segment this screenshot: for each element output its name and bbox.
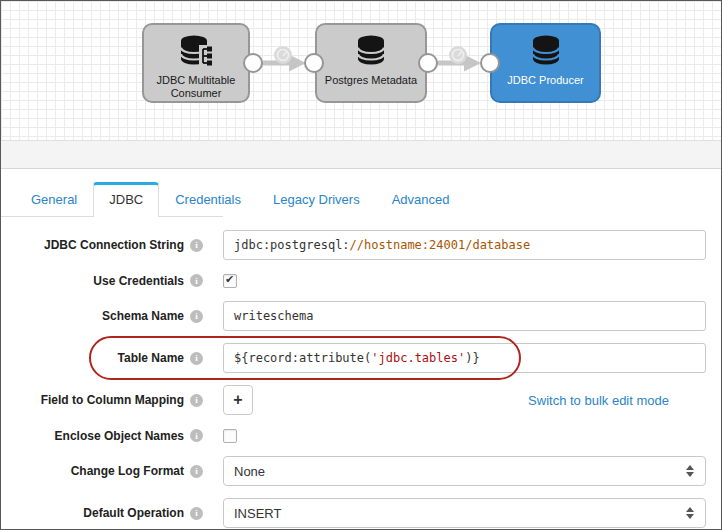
- code-segment: writeschema: [234, 309, 313, 323]
- database-multitable-icon: [176, 32, 216, 72]
- enclose-object-names-checkbox[interactable]: [223, 429, 237, 443]
- use-credentials-checkbox[interactable]: [223, 274, 237, 288]
- change-log-format-select[interactable]: None: [223, 456, 706, 486]
- add-mapping-button[interactable]: +: [223, 385, 253, 415]
- info-icon[interactable]: [190, 274, 203, 287]
- info-icon[interactable]: [190, 310, 203, 323]
- info-icon[interactable]: [190, 352, 203, 365]
- code-segment: )}: [465, 351, 479, 365]
- code-segment: ${record:attribute(: [234, 351, 371, 365]
- stage-postgres-metadata[interactable]: Postgres Metadata: [315, 23, 427, 103]
- row-use-credentials: Use Credentials: [1, 272, 721, 289]
- app-window: JDBC Multitable Consumer Postgres Metada…: [0, 0, 722, 530]
- stage-config-panel: General JDBC Credentials Legacy Drivers …: [1, 181, 721, 528]
- stage-jdbc-multitable-consumer[interactable]: JDBC Multitable Consumer: [142, 23, 250, 103]
- row-default-operation: Default Operation INSERT: [1, 498, 721, 528]
- row-change-log-format: Change Log Format None: [1, 456, 721, 486]
- change-log-format-label: Change Log Format: [71, 464, 184, 478]
- info-icon[interactable]: [190, 429, 203, 442]
- stage-label: Postgres Metadata: [322, 74, 420, 87]
- tab-credentials[interactable]: Credentials: [159, 182, 257, 217]
- pipeline-canvas[interactable]: JDBC Multitable Consumer Postgres Metada…: [1, 1, 721, 140]
- select-stepper-icon: [686, 507, 694, 519]
- database-icon: [353, 32, 389, 72]
- info-icon[interactable]: [190, 239, 203, 252]
- switch-to-bulk-edit-link[interactable]: Switch to bulk edit mode: [528, 393, 669, 408]
- selected-value: INSERT: [234, 506, 281, 521]
- database-icon: [528, 32, 564, 72]
- connector-port[interactable]: [244, 54, 262, 72]
- connector-arrow: [431, 55, 481, 72]
- default-operation-label: Default Operation: [83, 506, 184, 520]
- table-name-input[interactable]: ${record:attribute( 'jdbc.tables' )}: [223, 343, 706, 373]
- tab-general[interactable]: General: [15, 182, 93, 217]
- tab-jdbc[interactable]: JDBC: [93, 182, 159, 217]
- connector-port[interactable]: [419, 54, 437, 72]
- select-stepper-icon: [686, 465, 694, 477]
- config-tab-bar: General JDBC Credentials Legacy Drivers …: [1, 181, 721, 217]
- info-icon[interactable]: [190, 465, 203, 478]
- code-segment: jdbc:postgresql:: [234, 238, 350, 252]
- tab-legacy-drivers[interactable]: Legacy Drivers: [257, 182, 376, 217]
- connector-port[interactable]: [481, 54, 499, 72]
- stage-label: JDBC Multitable Consumer: [144, 74, 248, 100]
- schema-name-label: Schema Name: [102, 309, 184, 323]
- metrics-gauge-icon: [274, 46, 292, 64]
- row-table-name: Table Name ${record:attribute( 'jdbc.tab…: [1, 343, 721, 373]
- row-field-to-column-mapping: Field to Column Mapping + Switch to bulk…: [1, 385, 721, 415]
- row-jdbc-connection-string: JDBC Connection String jdbc:postgresql: …: [1, 230, 721, 260]
- multitable-branch-glyph: [199, 45, 214, 67]
- table-name-label: Table Name: [118, 351, 184, 365]
- info-icon[interactable]: [190, 507, 203, 520]
- schema-name-input[interactable]: writeschema: [223, 301, 706, 331]
- code-segment: //hostname:24001/database: [350, 238, 531, 252]
- jdbc-connection-string-label: JDBC Connection String: [44, 238, 184, 252]
- jdbc-connection-string-input[interactable]: jdbc:postgresql: //hostname:24001/databa…: [223, 230, 706, 260]
- connector-arrow: [256, 55, 306, 72]
- stage-jdbc-producer[interactable]: JDBC Producer: [490, 23, 601, 103]
- jdbc-config-form: JDBC Connection String jdbc:postgresql: …: [1, 217, 721, 528]
- metrics-gauge-icon: [449, 46, 467, 64]
- enclose-object-names-label: Enclose Object Names: [55, 429, 184, 443]
- default-operation-select[interactable]: INSERT: [223, 498, 706, 528]
- stage-label: JDBC Producer: [504, 74, 586, 87]
- field-to-column-mapping-label: Field to Column Mapping: [41, 393, 184, 407]
- row-schema-name: Schema Name writeschema: [1, 301, 721, 331]
- row-enclose-object-names: Enclose Object Names: [1, 427, 721, 444]
- connector-port[interactable]: [305, 54, 323, 72]
- use-credentials-label: Use Credentials: [93, 274, 184, 288]
- tab-advanced[interactable]: Advanced: [376, 182, 466, 217]
- selected-value: None: [234, 464, 265, 479]
- canvas-footer-strip: [1, 140, 721, 169]
- info-icon[interactable]: [190, 394, 203, 407]
- code-segment: 'jdbc.tables': [371, 351, 465, 365]
